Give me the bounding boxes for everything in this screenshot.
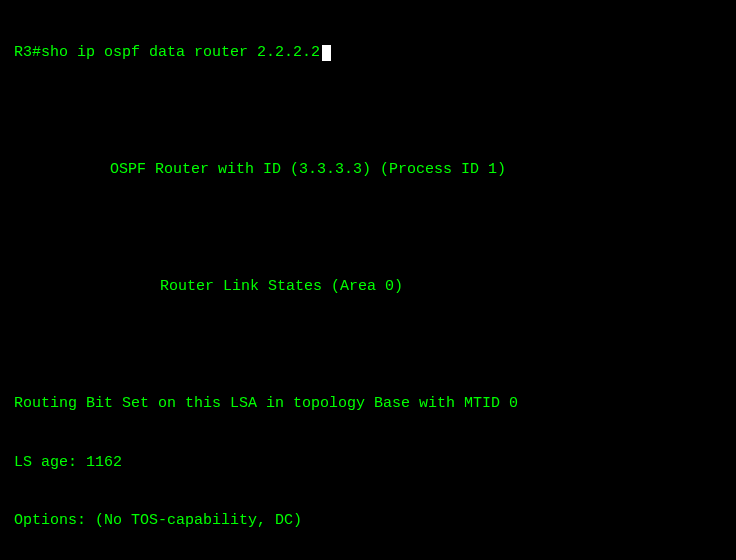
blank-line [0, 336, 736, 356]
lsa-age: LS age: 1162 [0, 453, 736, 473]
terminal-output: R3#sho ip ospf data router 2.2.2.2 OSPF … [0, 0, 736, 560]
ospf-header: OSPF Router with ID (3.3.3.3) (Process I… [0, 160, 736, 180]
blank-line [0, 219, 736, 239]
lsa-options: Options: (No TOS-capability, DC) [0, 511, 736, 531]
command-line[interactable]: R3#sho ip ospf data router 2.2.2.2 [0, 43, 736, 63]
blank-line [0, 102, 736, 122]
shell-prompt: R3# [14, 44, 41, 61]
entered-command: sho ip ospf data router 2.2.2.2 [41, 44, 320, 61]
cursor [322, 45, 331, 61]
area-header: Router Link States (Area 0) [0, 277, 736, 297]
lsa-routing-bit: Routing Bit Set on this LSA in topology … [0, 394, 736, 414]
